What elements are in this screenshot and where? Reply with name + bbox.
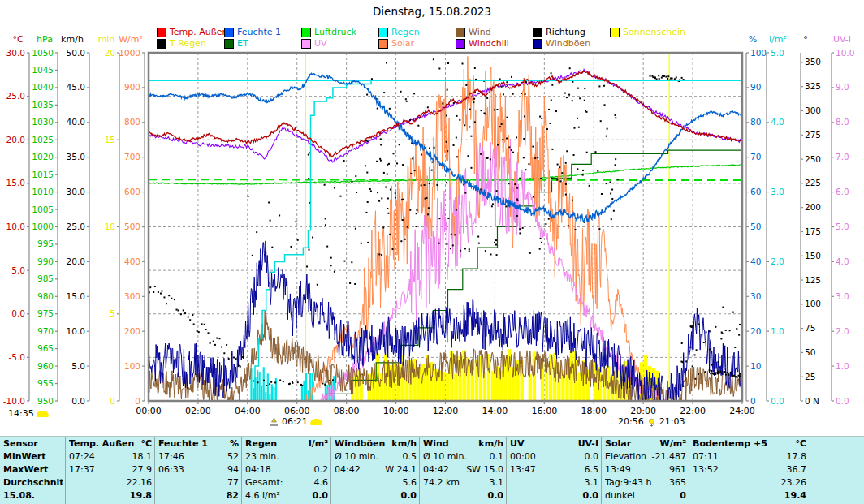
svg-text:UV-I: UV-I xyxy=(833,34,851,45)
table-cell-value: 23.26 xyxy=(781,476,807,489)
svg-text:990: 990 xyxy=(37,256,54,266)
table-column-name: Regen xyxy=(245,437,277,450)
table-row: 5.6 xyxy=(335,476,417,489)
table-cell-value: 36.7 xyxy=(787,463,807,476)
table-cell-value: 94 xyxy=(227,463,239,476)
table-row: 77 xyxy=(158,476,239,489)
svg-text:24:00: 24:00 xyxy=(729,406,755,416)
svg-text:00:00: 00:00 xyxy=(136,406,162,416)
svg-text:1015: 1015 xyxy=(32,170,54,179)
table-cell-value: 0.0 xyxy=(585,450,599,463)
svg-text:14:00: 14:00 xyxy=(482,406,508,416)
table-cell-label: 74.2 km xyxy=(423,476,460,489)
table-cell: Sensor xyxy=(3,437,38,450)
svg-text:1010: 1010 xyxy=(32,187,54,196)
svg-text:W/m²: W/m² xyxy=(119,34,143,45)
table-row: Ø 10 min.0.5 xyxy=(335,450,417,463)
table-row: Elevation-21.487 xyxy=(605,450,686,463)
table-cell-label: Tag:9:43 h xyxy=(605,476,652,489)
svg-text:30.0: 30.0 xyxy=(6,48,25,58)
svg-text:4.0: 4.0 xyxy=(771,117,784,127)
table-cell-value: 961 xyxy=(669,463,686,476)
svg-text:9.0: 9.0 xyxy=(836,82,849,92)
svg-text:250: 250 xyxy=(805,154,821,164)
svg-text:0 N: 0 N xyxy=(805,396,819,406)
table-cell-value: 3.1 xyxy=(490,476,504,489)
table-cell-label: 17:46 xyxy=(158,450,184,463)
svg-text:0.0: 0.0 xyxy=(11,308,25,318)
table-cell: MaxWert xyxy=(3,463,48,476)
table-row: 04:42SW 15.0 xyxy=(423,463,503,476)
svg-text:6.0: 6.0 xyxy=(836,187,849,196)
svg-text:175: 175 xyxy=(805,226,821,236)
table-cell-value: 4.6 xyxy=(314,476,329,489)
table-cell-value: 19.4 xyxy=(784,489,806,502)
svg-text:hPa: hPa xyxy=(37,34,53,45)
table-cell-label: 07:24 xyxy=(69,450,95,463)
table-row: 04:42W 24.1 xyxy=(335,463,417,476)
svg-text:985: 985 xyxy=(37,274,54,283)
table-column: Windkm/hØ 10 min.0.104:42SW 15.074.2 km3… xyxy=(419,437,506,504)
svg-text:2.0: 2.0 xyxy=(771,256,784,266)
svg-text:70: 70 xyxy=(750,152,761,162)
table-column: UVUV-I00:000.013:476.53.10.0 xyxy=(506,437,601,504)
svg-text:960: 960 xyxy=(37,361,54,371)
svg-text:02:00: 02:00 xyxy=(185,406,211,416)
table-cell-value: 77 xyxy=(227,476,239,489)
table-column: SolarW/m²Elevation-21.48713:49961Tag:9:4… xyxy=(601,437,689,504)
svg-text:15.0: 15.0 xyxy=(67,291,85,301)
axis-hum: %0102030405060708090100 xyxy=(746,34,767,406)
table-cell-label: 4.6 l/m² xyxy=(245,489,280,502)
svg-text:300: 300 xyxy=(805,106,821,115)
svg-text:100: 100 xyxy=(124,361,140,371)
svg-text:0.0: 0.0 xyxy=(836,396,849,406)
table-column-name: Feuchte 1 xyxy=(158,437,208,450)
table-cell-value: 0.1 xyxy=(490,450,504,463)
table-row: 04:180.2 xyxy=(245,463,328,476)
table-cell-label: dunkel xyxy=(605,489,635,502)
svg-text:4.0: 4.0 xyxy=(836,256,849,266)
table-header-row: Regenl/m² xyxy=(245,437,328,450)
svg-text:3.0: 3.0 xyxy=(771,187,784,196)
svg-text:50.0: 50.0 xyxy=(67,48,85,58)
table-column-name: Solar xyxy=(605,437,631,450)
sunset-time: 20:56 xyxy=(618,416,644,427)
table-cell-value: 82 xyxy=(227,489,239,502)
table-header-row: Windböenkm/h xyxy=(335,437,417,450)
axis-wind: km/h0.05.010.015.020.025.030.035.040.045… xyxy=(61,34,89,406)
table-row: Gesamt:4.6 xyxy=(245,476,328,489)
sunrise-annotation: 06:21 xyxy=(269,416,322,427)
svg-text:0.0: 0.0 xyxy=(71,396,85,406)
svg-text:7.0: 7.0 xyxy=(836,152,849,162)
table-row-label: 15.08. 23:59 xyxy=(3,489,63,502)
table-row: 19.4 xyxy=(693,489,806,502)
svg-text:25.0: 25.0 xyxy=(67,222,85,231)
table-row-label: MaxWert xyxy=(3,463,63,476)
svg-text:22:00: 22:00 xyxy=(680,406,706,416)
svg-text:2.0: 2.0 xyxy=(836,326,849,336)
svg-text:0: 0 xyxy=(135,396,140,406)
svg-text:35.0: 35.0 xyxy=(67,152,85,162)
table-column-unit: % xyxy=(230,437,239,450)
table-row: 13:476.5 xyxy=(510,463,598,476)
sunrise-time: 06:21 xyxy=(282,416,308,427)
table-cell-label: Gesamt: xyxy=(245,476,283,489)
table-cell-value: 6.5 xyxy=(585,463,599,476)
svg-text:min: min xyxy=(98,34,115,45)
table-cell-value: 365 xyxy=(669,476,686,489)
svg-text:18:00: 18:00 xyxy=(581,406,607,416)
svg-text:80: 80 xyxy=(750,117,761,127)
table-column: Bodentemp +5°C07:1117.813:5236.723.2619.… xyxy=(689,437,809,504)
svg-text:275: 275 xyxy=(805,130,821,140)
svg-text:100: 100 xyxy=(750,48,767,58)
svg-text:5: 5 xyxy=(110,308,115,318)
svg-text:970: 970 xyxy=(37,326,54,336)
table-row: 3.1 xyxy=(510,476,598,489)
table-column-unit: °C xyxy=(140,437,152,450)
svg-text:1025: 1025 xyxy=(32,135,54,144)
svg-text:12:00: 12:00 xyxy=(433,406,459,416)
table-header-row: Windkm/h xyxy=(423,437,503,450)
table-cell-label: 13:49 xyxy=(605,463,631,476)
table-cell: 15.08. 23:59 xyxy=(3,489,63,502)
table-column-name: Wind xyxy=(423,437,449,450)
